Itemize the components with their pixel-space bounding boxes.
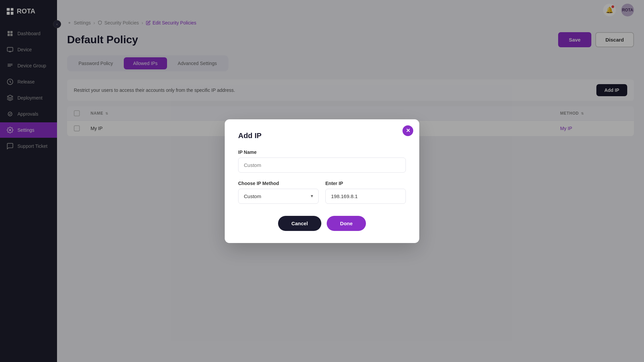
modal-overlay[interactable]: Add IP ✕ IP Name Choose IP Method Custom… [0,0,644,362]
ip-method-row: Choose IP Method Custom My IP Range CIDR… [238,181,406,212]
enter-ip-group: Enter IP [325,181,406,204]
modal-title: Add IP [238,131,406,140]
method-select-wrapper: Custom My IP Range CIDR ▼ [238,189,319,204]
modal-close-button[interactable]: ✕ [402,125,413,136]
add-ip-modal: Add IP ✕ IP Name Choose IP Method Custom… [225,119,419,243]
done-button[interactable]: Done [327,216,366,231]
cancel-button[interactable]: Cancel [278,216,321,231]
choose-method-group: Choose IP Method Custom My IP Range CIDR… [238,181,319,204]
modal-actions: Cancel Done [238,216,406,231]
enter-ip-input[interactable] [325,189,406,204]
method-select[interactable]: Custom My IP Range CIDR [238,189,319,204]
choose-method-label: Choose IP Method [238,181,319,186]
ip-name-label: IP Name [238,149,406,155]
ip-name-input[interactable] [238,158,406,173]
enter-ip-label: Enter IP [325,181,406,186]
ip-name-group: IP Name [238,149,406,173]
